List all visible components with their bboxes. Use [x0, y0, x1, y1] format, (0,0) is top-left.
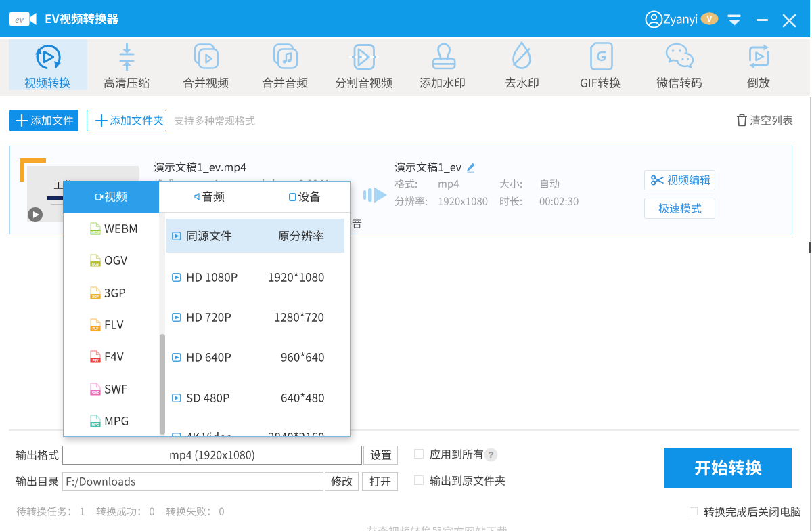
svg-text:WEBM: WEBM: [90, 230, 100, 234]
svg-text:ev: ev: [15, 15, 24, 25]
svg-text:V: V: [706, 14, 713, 24]
svg-text:3GP: 3GP: [92, 294, 99, 298]
svg-text:OGV: OGV: [92, 262, 99, 266]
svg-text:SWF: SWF: [92, 390, 99, 394]
svg-text:MPG: MPG: [92, 422, 99, 426]
svg-text:?: ?: [489, 450, 494, 460]
svg-text:FLV: FLV: [93, 326, 99, 330]
svg-text:F4V: F4V: [93, 358, 99, 362]
